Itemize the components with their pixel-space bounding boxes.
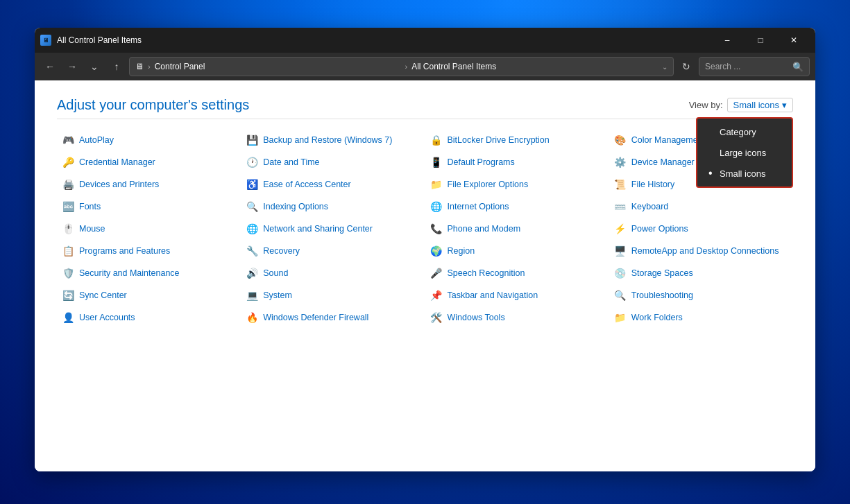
list-item[interactable]: 🛡️Security and Maintenance <box>57 263 241 283</box>
item-label: Windows Defender Firewall <box>263 312 368 323</box>
list-item[interactable]: 📱Default Programs <box>425 153 609 172</box>
item-icon: 🎮 <box>61 133 75 147</box>
list-item[interactable]: 🔊Sound <box>241 263 425 283</box>
list-item[interactable]: 💿Storage Spaces <box>609 263 793 283</box>
maximize-button[interactable]: □ <box>745 28 776 53</box>
list-item[interactable]: 🌐Network and Sharing Center <box>241 219 425 238</box>
list-item[interactable]: 🖥️RemoteApp and Desktop Connections <box>609 241 793 261</box>
dropdown-item-small-icons[interactable]: • Small icons <box>697 163 792 184</box>
item-icon: 📞 <box>430 222 443 236</box>
item-icon: 🌐 <box>430 200 443 214</box>
item-icon: 🌐 <box>245 222 259 236</box>
list-item[interactable]: 💾Backup and Restore (Windows 7) <box>241 130 425 150</box>
dropdown-item-large-icons[interactable]: Large icons <box>697 142 792 163</box>
list-item[interactable]: 👤User Accounts <box>57 308 241 327</box>
list-item[interactable]: 📁Work Folders <box>609 308 793 327</box>
item-label: Default Programs <box>448 157 515 168</box>
item-label: User Accounts <box>79 312 135 323</box>
window-icon: 🖥 <box>40 35 51 46</box>
bullet-category <box>708 125 714 138</box>
refresh-button[interactable]: ↻ <box>677 57 696 76</box>
content-header: Adjust your computer's settings View by:… <box>57 97 793 119</box>
item-icon: 🖥️ <box>613 244 627 258</box>
list-item[interactable]: 🎮AutoPlay <box>57 130 241 150</box>
item-icon: 📱 <box>430 155 443 169</box>
address-input[interactable]: 🖥 › Control Panel › All Control Panel It… <box>129 57 674 76</box>
item-icon: 🌍 <box>430 244 443 258</box>
item-label: Speech Recognition <box>448 268 525 279</box>
list-item[interactable]: 📋Programs and Features <box>57 241 241 261</box>
item-label: Backup and Restore (Windows 7) <box>263 134 392 146</box>
list-item[interactable]: ♿Ease of Access Center <box>241 175 425 194</box>
item-icon: 🖨️ <box>61 177 75 191</box>
item-label: Taskbar and Navigation <box>448 290 538 301</box>
breadcrumb-sep2: › <box>405 62 408 71</box>
list-item[interactable]: 🕐Date and Time <box>241 153 425 172</box>
back-button[interactable]: ← <box>40 57 60 76</box>
item-label: File History <box>631 179 675 190</box>
list-item[interactable]: 📞Phone and Modem <box>425 219 609 238</box>
item-label: System <box>263 290 292 301</box>
item-label: Credential Manager <box>79 157 155 168</box>
item-icon: 💿 <box>613 266 627 280</box>
list-item[interactable]: 🌐Internet Options <box>425 197 609 216</box>
item-label: Ease of Access Center <box>263 179 350 190</box>
item-icon: 🔥 <box>245 311 259 324</box>
dropdown-label-large-icons: Large icons <box>720 148 766 158</box>
view-by-value: Small icons <box>733 100 779 110</box>
recent-locations-button[interactable]: ⌄ <box>85 57 104 76</box>
close-button[interactable]: ✕ <box>778 28 810 53</box>
list-item[interactable]: 🔄Sync Center <box>57 286 241 305</box>
item-icon: 📁 <box>613 311 627 324</box>
list-item[interactable]: 🔍Indexing Options <box>241 197 425 216</box>
up-button[interactable]: ↑ <box>107 57 126 76</box>
address-dropdown-icon[interactable]: ⌄ <box>662 63 668 71</box>
bullet-large <box>708 146 714 159</box>
page-title: Adjust your computer's settings <box>57 97 249 113</box>
list-item[interactable]: 🔧Recovery <box>241 241 425 261</box>
list-item[interactable]: 🛠️Windows Tools <box>425 308 609 327</box>
view-by-label: View by: <box>689 100 723 110</box>
list-item[interactable]: 🌍Region <box>425 241 609 261</box>
view-by-dropdown: Category Large icons • Small icons <box>696 117 793 188</box>
dropdown-label-category: Category <box>720 127 756 137</box>
list-item[interactable]: 🖨️Devices and Printers <box>57 175 241 194</box>
list-item[interactable]: 💻System <box>241 286 425 305</box>
item-icon: 📌 <box>430 288 443 302</box>
window-title: All Control Panel Items <box>57 35 711 45</box>
item-label: Network and Sharing Center <box>263 223 373 234</box>
item-icon: 🔄 <box>61 288 75 302</box>
item-icon: 🔍 <box>245 200 259 214</box>
item-icon: 🕐 <box>245 155 259 169</box>
item-icon: 💻 <box>245 288 259 302</box>
dropdown-label-small-icons: Small icons <box>720 168 765 179</box>
list-item[interactable]: ⚡Power Options <box>609 219 793 238</box>
search-box[interactable]: Search ... 🔍 <box>699 57 810 76</box>
list-item[interactable]: 🔑Credential Manager <box>57 153 241 172</box>
list-item[interactable]: 🔤Fonts <box>57 197 241 216</box>
list-item[interactable]: 📁File Explorer Options <box>425 175 609 194</box>
view-by-dropdown-icon: ▾ <box>782 100 787 110</box>
item-label: Date and Time <box>263 157 319 168</box>
minimize-button[interactable]: – <box>711 28 743 53</box>
list-item[interactable]: 🖱️Mouse <box>57 219 241 238</box>
item-icon: 🎨 <box>613 133 627 147</box>
view-by-button[interactable]: Small icons ▾ <box>727 98 793 112</box>
list-item[interactable]: ⌨️Keyboard <box>609 197 793 216</box>
item-icon: ⚙️ <box>613 155 627 169</box>
forward-button[interactable]: → <box>62 57 82 76</box>
search-placeholder: Search ... <box>705 62 790 71</box>
item-icon: ⚡ <box>613 222 627 236</box>
title-bar: 🖥 All Control Panel Items – □ ✕ <box>35 28 815 53</box>
control-panel-window: 🖥 All Control Panel Items – □ ✕ ← → ⌄ ↑ … <box>35 28 815 471</box>
item-icon: 🔍 <box>613 288 627 302</box>
list-item[interactable]: 🔍Troubleshooting <box>609 286 793 305</box>
list-item[interactable]: 🔒BitLocker Drive Encryption <box>425 130 609 150</box>
dropdown-item-category[interactable]: Category <box>697 121 792 142</box>
item-label: Sound <box>263 268 288 279</box>
item-label: Color Management <box>631 134 705 146</box>
list-item[interactable]: 🔥Windows Defender Firewall <box>241 308 425 327</box>
item-icon: 🛠️ <box>430 311 443 324</box>
list-item[interactable]: 🎤Speech Recognition <box>425 263 609 283</box>
list-item[interactable]: 📌Taskbar and Navigation <box>425 286 609 305</box>
